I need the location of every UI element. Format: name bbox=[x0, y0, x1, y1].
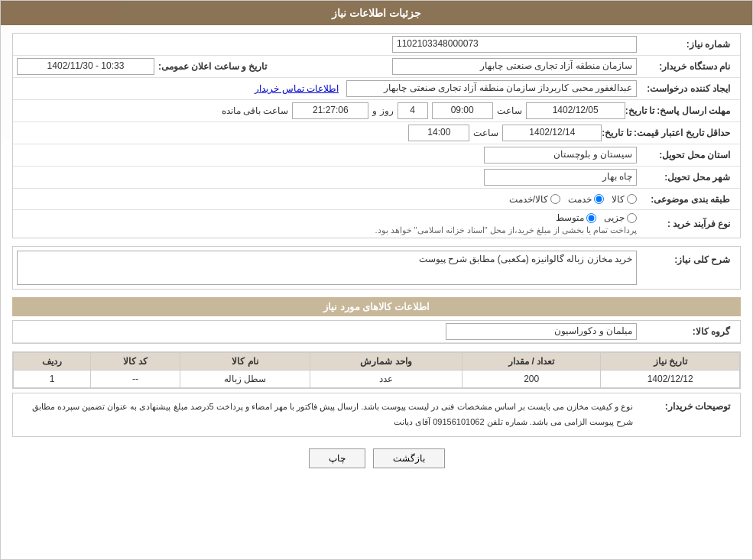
noe-notice: پرداخت تمام یا بخشی از مبلغ خرید،از محل … bbox=[375, 225, 637, 235]
noe-motavaset-label: متوسط bbox=[556, 212, 584, 223]
col-radif: ردیف bbox=[14, 353, 91, 371]
sharh-value: خرید مخازن زباله گالوانیزه (مکعبی) مطابق… bbox=[17, 251, 637, 285]
ijad-konande-label: ایجاد کننده درخواست: bbox=[637, 83, 736, 94]
goroh-kala-value: میلمان و دکوراسیون bbox=[446, 323, 637, 340]
cell-vahed-shomaris: عدد bbox=[310, 371, 463, 388]
table-row: 1402/12/12 200 عدد سطل زباله -- 1 bbox=[14, 371, 740, 388]
tabaqe-kala-khadamat-radio[interactable] bbox=[550, 194, 560, 204]
shomara-niaz-row: شماره نیاز: 1102103348000073 bbox=[13, 34, 740, 56]
hadaqal-time-label: ساعت bbox=[473, 128, 498, 138]
nam-dastgah-label: نام دستگاه خریدار: bbox=[637, 61, 736, 72]
ettelaat-tamas-link[interactable]: اطلاعات تماس خریدار bbox=[255, 83, 339, 94]
cell-tarikh-niaz: 1402/12/12 bbox=[601, 371, 740, 388]
tabaqe-kala-label: کالا bbox=[612, 194, 625, 205]
tabaqe-khadamat-radio[interactable] bbox=[594, 194, 604, 204]
cell-radif: 1 bbox=[14, 371, 91, 388]
noe-farayand-label: نوع فرآیند خرید : bbox=[637, 218, 736, 229]
tarikh-saet-label: تاریخ و ساعت اعلان عمومی: bbox=[158, 61, 273, 72]
tawsifat-value: نوع و کیفیت مخازن می بایست بر اساس مشخصا… bbox=[17, 397, 637, 432]
goods-table: تاریخ نیاز تعداد / مقدار واحد شمارش نام … bbox=[13, 352, 740, 388]
shahr-row: شهر محل تحویل: چاه بهار bbox=[13, 167, 740, 189]
shomara-niaz-value: 1102103348000073 bbox=[392, 36, 637, 53]
hadaqal-date: 1402/12/14 bbox=[502, 125, 602, 141]
noe-jazri-radio[interactable] bbox=[627, 213, 637, 223]
shahr-value: چاه بهار bbox=[484, 169, 637, 186]
tabaqe-label: طبقه بندی موضوعی: bbox=[637, 194, 736, 205]
hadaqal-time: 14:00 bbox=[408, 125, 469, 141]
tawsifat-label: توصیحات خریدار: bbox=[637, 397, 736, 412]
back-button[interactable]: بازگشت bbox=[373, 448, 445, 468]
noe-jazri-label: جزیی bbox=[604, 212, 625, 223]
col-kod-kala: کد کالا bbox=[91, 353, 180, 371]
cell-kod-kala: -- bbox=[91, 371, 180, 388]
sharh-row: شرح کلی نیاز: خرید مخازن زباله گالوانیزه… bbox=[13, 247, 740, 289]
tabaqe-kala-radio[interactable] bbox=[627, 194, 637, 204]
nam-dastgah-value: سازمان منطقه آزاد تجاری صنعتی چابهار bbox=[392, 58, 637, 75]
mohlat-ersal-label: مهلت ارسال پاسخ: تا تاریخ: bbox=[625, 105, 736, 116]
tabaqe-khadamat-option[interactable]: خدمت bbox=[568, 194, 604, 205]
mohlat-time-label: ساعت bbox=[497, 105, 522, 116]
noe-farayand-row: نوع فرآیند خرید : جزیی متوسط bbox=[13, 210, 740, 238]
noe-motavaset-option[interactable]: متوسط bbox=[556, 212, 596, 223]
col-vahed-shomaris: واحد شمارش bbox=[310, 353, 463, 371]
noe-jazri-option[interactable]: جزیی bbox=[604, 212, 637, 223]
tabaqe-kala-option[interactable]: کالا bbox=[612, 194, 637, 205]
mohlat-days-label: روز و bbox=[372, 105, 393, 116]
col-nam-kala: نام کالا bbox=[180, 353, 310, 371]
page-title: جزئیات اطلاعات نیاز bbox=[332, 7, 421, 19]
col-tedad-meghdad: تعداد / مقدار bbox=[462, 353, 601, 371]
tabaqe-row: طبقه بندی موضوعی: کالا خدمت bbox=[13, 189, 740, 210]
ostan-row: استان محل تحویل: سیستان و بلوچستان bbox=[13, 144, 740, 167]
ostan-label: استان محل تحویل: bbox=[637, 150, 736, 160]
button-row: بازگشت چاپ bbox=[12, 448, 741, 468]
goroh-kala-row: گروه کالا: میلمان و دکوراسیون bbox=[13, 321, 740, 343]
tabaqe-kala-khadamat-option[interactable]: کالا/خدمت bbox=[509, 194, 560, 205]
mohlat-time: 09:00 bbox=[432, 102, 493, 119]
mohlat-remain: 21:27:06 bbox=[292, 102, 368, 119]
mohlat-date: 1402/12/05 bbox=[526, 102, 625, 119]
mohlat-ersal-row: مهلت ارسال پاسخ: تا تاریخ: 1402/12/05 سا… bbox=[13, 100, 740, 122]
tabaqe-kala-khadamat-label: کالا/خدمت bbox=[509, 194, 548, 205]
col-tarikh-niaz: تاریخ نیاز bbox=[601, 353, 740, 371]
mohlat-days: 4 bbox=[398, 102, 428, 119]
tabaqe-khadamat-label: خدمت bbox=[568, 194, 592, 205]
mohlat-remain-label: ساعت باقی مانده bbox=[222, 105, 289, 116]
hadaqal-label: حداقل تاریخ اعتبار قیمت: تا تاریخ: bbox=[602, 128, 736, 138]
cell-nam-kala: سطل زباله bbox=[180, 371, 310, 388]
sharh-label: شرح کلی نیاز: bbox=[637, 251, 736, 265]
cell-tedad-meghdad: 200 bbox=[462, 371, 601, 388]
goroh-kala-label: گروه کالا: bbox=[637, 326, 736, 337]
noe-motavaset-radio[interactable] bbox=[586, 213, 596, 223]
print-button[interactable]: چاپ bbox=[309, 448, 365, 468]
tarikh-dastgah-row: نام دستگاه خریدار: سازمان منطقه آزاد تجا… bbox=[13, 56, 740, 78]
shahr-label: شهر محل تحویل: bbox=[637, 172, 736, 183]
ostan-value: سیستان و بلوچستان bbox=[484, 147, 637, 163]
page-header: جزئیات اطلاعات نیاز bbox=[1, 1, 752, 25]
ijad-konande-row: ایجاد کننده درخواست: عبدالغفور محبی کارب… bbox=[13, 78, 740, 100]
ijad-konande-value: عبدالغفور محبی کاربرداز سازمان منطقه آزا… bbox=[346, 80, 637, 97]
shomara-niaz-label: شماره نیاز: bbox=[637, 39, 736, 50]
hadaqal-row: حداقل تاریخ اعتبار قیمت: تا تاریخ: 1402/… bbox=[13, 122, 740, 144]
goods-section-header: اطلاعات کالاهای مورد نیاز bbox=[12, 297, 741, 316]
tarikh-saet-value: 1402/11/30 - 10:33 bbox=[17, 58, 154, 75]
